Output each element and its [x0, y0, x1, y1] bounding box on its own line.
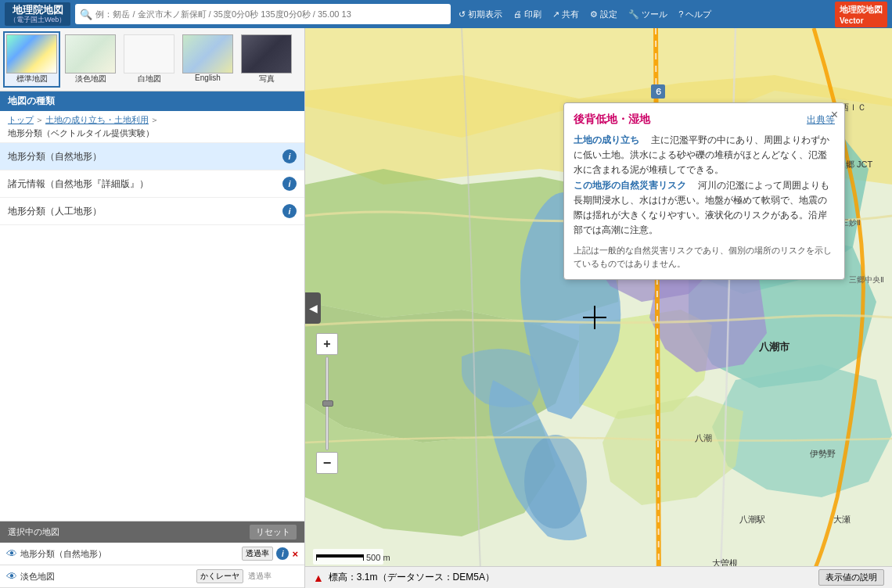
svg-text:八潮: 八潮	[695, 433, 712, 443]
layer-item-detail[interactable]: 諸元情報（自然地形『詳細版』） i	[0, 170, 304, 198]
left-panel: 標準地図 淡色地図 白地図 English 写真 地図の種類 トップ	[0, 28, 305, 588]
logo-vector-main: 地理院地図	[840, 5, 883, 14]
settings-button[interactable]: ⚙ 設定	[587, 7, 620, 22]
transmit-slider-label: 透過率	[248, 571, 272, 582]
zoom-in-button[interactable]: +	[316, 333, 338, 355]
collapse-icon: ◀	[309, 302, 318, 314]
svg-text:６: ６	[654, 87, 663, 96]
thumb-img-english	[182, 34, 233, 74]
transmit-btn-light[interactable]: かくレーヤ	[196, 569, 243, 583]
svg-rect-35	[316, 554, 317, 561]
info-btn-natural-sm[interactable]: i	[276, 547, 289, 560]
thumb-label-english: English	[195, 74, 221, 82]
info-popup: 後背低地・湿地 出典等 × 土地の成り立ち 主に氾濫平野の中にあり、周囲よりわず…	[563, 102, 845, 280]
help-button[interactable]: ? ヘルプ	[675, 7, 714, 22]
logo-vector-sub: Vector	[840, 16, 864, 25]
layer-name-detail: 諸元情報（自然地形『詳細版』）	[8, 177, 282, 191]
breadcrumb-sep1: ＞	[35, 114, 44, 126]
thumb-img-white	[124, 34, 174, 74]
selected-title: 選択中の地図	[8, 526, 59, 538]
thumb-label-photo: 写真	[259, 74, 275, 84]
transmit-btn-natural[interactable]: 透過率	[242, 547, 273, 561]
thumb-label-white: 白地図	[138, 74, 161, 84]
selected-row-natural: 👁 地形分類（自然地形） 透過率 i ×	[0, 543, 304, 565]
tools-button[interactable]: 🔧 ツール	[625, 7, 671, 22]
share-button[interactable]: ↗ 共有	[549, 7, 582, 22]
svg-rect-36	[363, 554, 364, 561]
thumb-light[interactable]: 淡色地図	[62, 31, 119, 88]
logo-main: 地理院地図	[13, 4, 63, 16]
selected-header: 選択中の地図 リセット	[0, 522, 304, 543]
svg-rect-34	[316, 554, 363, 558]
selected-layer-natural: 地形分類（自然地形）	[20, 548, 239, 560]
popup-close-button[interactable]: ×	[831, 108, 838, 122]
logo-area: 地理院地図 （電子国土Web）	[5, 2, 70, 26]
elevation-bar: ▲ 標高：3.1m（データソース：DEM5A） 表示値の説明	[305, 566, 892, 588]
thumb-img-photo	[241, 34, 292, 74]
popup-section1-title: 土地の成り立ち	[574, 134, 639, 145]
collapse-button[interactable]: ◀	[305, 292, 321, 324]
selected-row-light: 👁 淡色地図 かくレーヤ 透過率 i ×	[0, 565, 304, 588]
eye-icon-light: 👁	[6, 570, 17, 583]
category-title: 地図の種類	[0, 91, 304, 111]
popup-section2: この地形の自然災害リスク 河川の氾濫によって周囲よりも長期間浸水し、水はけが悪い…	[574, 178, 835, 238]
refresh-icon: ↺	[459, 9, 466, 20]
svg-text:三郷中央Ⅱ: 三郷中央Ⅱ	[849, 275, 884, 284]
thumb-label-light: 淡色地図	[75, 74, 106, 84]
thumb-photo[interactable]: 写真	[238, 31, 295, 88]
breadcrumb-top[interactable]: トップ	[8, 114, 34, 126]
layer-name-artificial: 地形分類（人工地形）	[8, 205, 282, 218]
svg-point-11	[524, 435, 587, 529]
svg-text:大瀬: 大瀬	[833, 514, 851, 524]
breadcrumb: トップ ＞ 土地の成り立ち・土地利用 ＞ 地形分類（ベクトルタイル提供実験）	[0, 111, 304, 143]
layer-item-artificial[interactable]: 地形分類（人工地形） i	[0, 198, 304, 225]
popup-section2-title: この地形の自然災害リスク	[574, 180, 686, 191]
close-natural[interactable]: ×	[292, 548, 298, 560]
selected-layer-light: 淡色地図	[20, 571, 193, 583]
breadcrumb-link1[interactable]: 土地の成り立ち・土地利用	[45, 114, 149, 126]
layer-info-detail[interactable]: i	[282, 177, 297, 191]
reset-button[interactable]: リセット	[250, 525, 297, 540]
print-icon: 🖨	[513, 9, 522, 19]
main-layout: 標準地図 淡色地図 白地図 English 写真 地図の種類 トップ	[0, 28, 892, 588]
map-thumbnails: 標準地図 淡色地図 白地図 English 写真	[0, 28, 304, 91]
tools-icon: 🔧	[628, 9, 639, 20]
topbar: 地理院地図 （電子国土Web） 🔍 ↺ 初期表示 🖨 印刷 ↗ 共有 ⚙ 設定 …	[0, 0, 892, 28]
thumb-img-light	[65, 34, 116, 74]
search-input[interactable]	[95, 9, 446, 19]
legend-button[interactable]: 表示値の説明	[818, 569, 884, 586]
popup-section1: 土地の成り立ち 主に氾濫平野の中にあり、周囲よりわずかに低い土地。洪水による砂や…	[574, 133, 835, 178]
layer-item-natural[interactable]: 地形分類（自然地形） i	[0, 143, 304, 170]
layer-name-natural: 地形分類（自然地形）	[8, 150, 282, 163]
layer-info-natural[interactable]: i	[282, 149, 297, 163]
search-bar[interactable]: 🔍	[75, 4, 451, 24]
layer-list: 地形分類（自然地形） i 諸元情報（自然地形『詳細版』） i 地形分類（人工地形…	[0, 143, 304, 521]
popup-title: 後背低地・湿地	[574, 113, 650, 127]
thumb-standard[interactable]: 標準地図	[3, 31, 60, 88]
gear-icon: ⚙	[590, 9, 598, 20]
help-icon: ?	[678, 9, 683, 19]
zoom-track[interactable]	[326, 357, 329, 450]
elevation-arrow-icon: ▲	[313, 572, 324, 584]
elevation-text: 標高：3.1m（データソース：DEM5A）	[329, 571, 495, 584]
thumb-img-standard	[6, 34, 57, 74]
thumb-white[interactable]: 白地図	[120, 31, 178, 88]
share-icon: ↗	[552, 9, 559, 20]
thumb-english[interactable]: English	[179, 31, 236, 88]
selected-footer: 選択中の地図 リセット 👁 地形分類（自然地形） 透過率 i × 👁 淡色地図 …	[0, 521, 304, 588]
zoom-controls: + −	[316, 333, 338, 474]
popup-header: 後背低地・湿地 出典等 ×	[574, 113, 835, 127]
popup-disclaimer: 上記は一般的な自然災害リスクであり、個別の場所のリスクを示しているものではありま…	[574, 244, 835, 270]
logo-sub: （電子国土Web）	[9, 16, 66, 24]
vector-badge: 地理院地図 Vector	[835, 2, 887, 27]
layer-info-artificial[interactable]: i	[282, 204, 297, 218]
breadcrumb-current: 地形分類（ベクトルタイル提供実験）	[8, 127, 154, 139]
reset-view-button[interactable]: ↺ 初期表示	[455, 7, 505, 22]
zoom-out-button[interactable]: −	[316, 452, 338, 474]
zoom-thumb[interactable]	[322, 400, 333, 407]
eye-icon: 👁	[6, 547, 17, 560]
svg-text:500 m: 500 m	[366, 553, 390, 562]
map-area[interactable]: ６ 外環三郷西ＩＣ 三郷 JCT インター南 三妙Ⅱ 八潮市 八潮 伊勢野 八潮…	[305, 28, 892, 588]
print-button[interactable]: 🖨 印刷	[510, 7, 545, 22]
svg-text:八潮駅: 八潮駅	[739, 514, 765, 524]
